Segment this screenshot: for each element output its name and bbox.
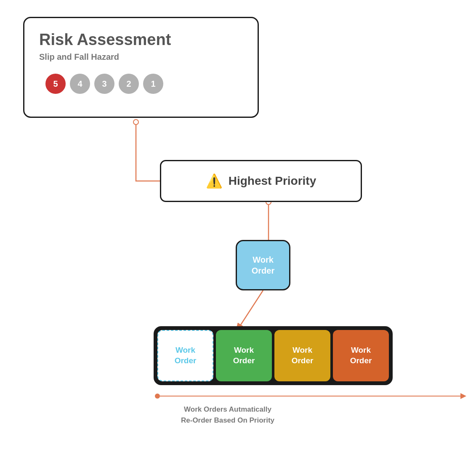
bottom-text-line1: Work Orders Autmatically (181, 404, 274, 415)
work-order-single-label: WorkOrder (252, 254, 274, 276)
priority-text: Highest Priority (229, 174, 316, 188)
circle-5[interactable]: 5 (45, 74, 66, 94)
work-order-orange-label: WorkOrder (350, 345, 372, 366)
circle-4[interactable]: 4 (70, 74, 90, 94)
work-orders-row: WorkOrder WorkOrder WorkOrder WorkOrder (154, 326, 393, 385)
work-order-yellow[interactable]: WorkOrder (274, 330, 330, 381)
work-order-blue[interactable]: WorkOrder (157, 330, 213, 381)
work-order-green[interactable]: WorkOrder (216, 330, 272, 381)
arrow-dot-left (155, 394, 160, 399)
risk-assessment-title: Risk Assessment (39, 31, 243, 49)
diagram-container: Risk Assessment Slip and Fall Hazard 5 4… (0, 0, 476, 455)
warning-icon: ⚠️ (206, 173, 223, 189)
work-order-green-label: WorkOrder (233, 345, 255, 366)
work-order-single[interactable]: WorkOrder (236, 240, 290, 290)
circle-1[interactable]: 1 (143, 74, 163, 94)
bottom-arrow-line (160, 396, 462, 396)
circle-3[interactable]: 3 (94, 74, 114, 94)
work-order-yellow-label: WorkOrder (292, 345, 314, 366)
work-order-orange[interactable]: WorkOrder (333, 330, 389, 381)
bottom-text-line2: Re-Order Based On Priority (181, 415, 274, 426)
bottom-text: Work Orders Autmatically Re-Order Based … (181, 404, 274, 426)
priority-card: ⚠️ Highest Priority (160, 160, 362, 202)
work-order-blue-label: WorkOrder (175, 345, 197, 366)
rating-circles: 5 4 3 2 1 (39, 74, 243, 94)
circle-2[interactable]: 2 (119, 74, 139, 94)
work-orders-wrapper: WorkOrder WorkOrder WorkOrder WorkOrder (155, 327, 391, 384)
bottom-arrow-container (155, 394, 462, 399)
risk-assessment-subtitle: Slip and Fall Hazard (39, 52, 243, 62)
svg-point-1 (133, 120, 138, 125)
risk-assessment-card: Risk Assessment Slip and Fall Hazard 5 4… (23, 17, 259, 118)
